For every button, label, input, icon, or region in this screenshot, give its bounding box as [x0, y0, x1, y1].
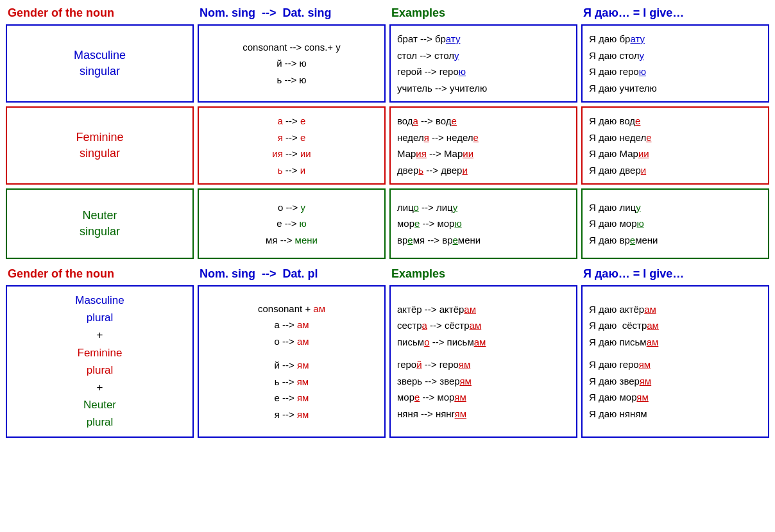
- masc-sing-rules-box: consonant --> cons.+ у й --> ю ь --> ю: [198, 24, 386, 103]
- fem-sing-label: Femininesingular: [76, 129, 123, 162]
- pl-give-3: Я даю письмам: [589, 334, 659, 351]
- pl-rule-6: е --> ям: [205, 390, 378, 406]
- header-examples-pl: Examples: [388, 261, 579, 283]
- masc-ex-4: учитель --> учителю: [397, 80, 487, 97]
- neut-ex-3: время --> времени: [397, 232, 481, 249]
- fem-sing-rules-box: а --> е я --> е ия --> ии ь --> и: [198, 106, 386, 185]
- plural-rules-box: consonant + ам а --> ам о --> ам й --> я…: [198, 285, 386, 438]
- pl-ex-6: море --> морям: [397, 389, 486, 406]
- fem-ex-4: дверь --> двери: [397, 162, 479, 179]
- header-gender-singular: Gender of the noun: [4, 4, 196, 22]
- header-examples-sing: Examples: [388, 4, 579, 22]
- neut-sing-gender-box: Neutersingular: [6, 188, 194, 259]
- pl-give-4: Я даю героям: [589, 356, 659, 373]
- masc-ex-3: герой --> герою: [397, 63, 487, 80]
- masc-give-1: Я даю брату: [589, 31, 657, 47]
- header-give-pl: Я даю… = I give…: [579, 261, 771, 283]
- masc-rule-1: consonant --> cons.+ у: [205, 39, 378, 56]
- pl-give-1: Я даю актёрам: [589, 301, 659, 318]
- plural-gender-box: Masculineplural + Feminineplural + Neute…: [6, 285, 194, 438]
- masc-rule-2: й --> ю: [205, 55, 378, 72]
- pl-ex-1: актёр --> актёрам: [397, 301, 486, 318]
- pl-give-2: Я даю сёстрам: [589, 317, 659, 334]
- neut-sing-label: Neutersingular: [80, 208, 120, 240]
- plus-2: +: [13, 379, 186, 396]
- neut-ex-2: море --> морю: [397, 215, 481, 232]
- fem-give-3: Я даю Марии: [589, 145, 652, 162]
- fem-pl-label: Feminineplural: [13, 344, 186, 379]
- masc-ex-2: стол --> столу: [397, 47, 487, 64]
- pl-ex-2: сестра --> сёстрам: [397, 317, 486, 334]
- plural-give-box: Я даю актёрам Я даю сёстрам Я даю письма…: [581, 285, 769, 438]
- masc-ex-1: брат --> брату: [397, 31, 487, 47]
- header-give-sing: Я даю… = I give…: [579, 4, 771, 22]
- neut-rule-3: мя --> мени: [205, 232, 378, 249]
- fem-sing-give-box: Я даю воде Я даю неделе Я даю Марии Я да…: [581, 106, 769, 185]
- masc-sing-give-box: Я даю брату Я даю столу Я даю герою Я да…: [581, 24, 769, 103]
- masc-give-2: Я даю столу: [589, 47, 657, 64]
- pl-give-6: Я даю морям: [589, 389, 659, 406]
- neut-rule-1: о --> у: [205, 199, 378, 216]
- pl-ex-5: зверь --> зверям: [397, 373, 486, 390]
- fem-sing-gender-box: Femininesingular: [6, 106, 194, 185]
- pl-give-5: Я даю зверям: [589, 373, 659, 390]
- header-gender-plural: Gender of the noun: [4, 261, 196, 283]
- neut-give-1: Я даю лицу: [589, 199, 658, 216]
- neut-sing-rules-box: о --> у е --> ю мя --> мени: [198, 188, 386, 259]
- masc-rule-3: ь --> ю: [205, 72, 378, 88]
- header-nom-dat-pl: Nom. sing --> Dat. pl: [196, 261, 388, 283]
- masc-pl-label: Masculineplural: [13, 292, 186, 326]
- pl-rule-4: й --> ям: [205, 357, 378, 374]
- fem-rule-4: ь --> и: [205, 162, 378, 179]
- pl-ex-3: письмо --> письмам: [397, 334, 486, 351]
- neut-ex-1: лицо --> лицу: [397, 199, 481, 216]
- neut-give-2: Я даю морю: [589, 215, 658, 232]
- pl-rule-5: ь --> ям: [205, 374, 378, 390]
- fem-rule-1: а --> е: [205, 113, 378, 129]
- neut-pl-label: Neuterplural: [13, 396, 186, 431]
- fem-give-1: Я даю воде: [589, 113, 652, 129]
- neut-sing-give-box: Я даю лицу Я даю морю Я даю времени: [581, 188, 769, 259]
- pl-ex-7: няня --> нянrям: [397, 406, 486, 422]
- fem-ex-1: вода --> воде: [397, 113, 479, 129]
- masc-give-3: Я даю герою: [589, 63, 657, 80]
- fem-rule-2: я --> е: [205, 129, 378, 146]
- plus-1: +: [13, 326, 186, 344]
- masc-sing-label: Masculinesingular: [74, 47, 126, 79]
- neut-give-3: Я даю времени: [589, 232, 658, 249]
- pl-ex-4: герой --> героям: [397, 356, 486, 373]
- pl-rule-2: а --> ам: [205, 317, 378, 333]
- fem-ex-3: Мария --> Марии: [397, 145, 479, 162]
- pl-give-7: Я даю няням: [589, 406, 659, 422]
- fem-give-2: Я даю неделе: [589, 129, 652, 146]
- masc-give-4: Я даю учителю: [589, 80, 657, 97]
- neut-sing-examples-box: лицо --> лицу море --> морю время --> вр…: [389, 188, 577, 259]
- fem-rule-3: ия --> ии: [205, 145, 378, 162]
- header-nom-dat-sing: Nom. sing --> Dat. sing: [196, 4, 388, 22]
- plural-examples-box: актёр --> актёрам сестра --> сёстрам пис…: [389, 285, 577, 438]
- pl-rule-3: о --> ам: [205, 333, 378, 350]
- neut-rule-2: е --> ю: [205, 215, 378, 232]
- fem-ex-2: неделя --> неделе: [397, 129, 479, 146]
- masc-sing-gender-box: Masculinesingular: [6, 24, 194, 103]
- masc-sing-examples-box: брат --> брату стол --> столу герой --> …: [389, 24, 577, 103]
- pl-rule-1: consonant + ам: [205, 301, 378, 317]
- pl-rule-7: я --> ям: [205, 406, 378, 423]
- fem-sing-examples-box: вода --> воде неделя --> неделе Мария --…: [389, 106, 577, 185]
- fem-give-4: Я даю двери: [589, 162, 652, 179]
